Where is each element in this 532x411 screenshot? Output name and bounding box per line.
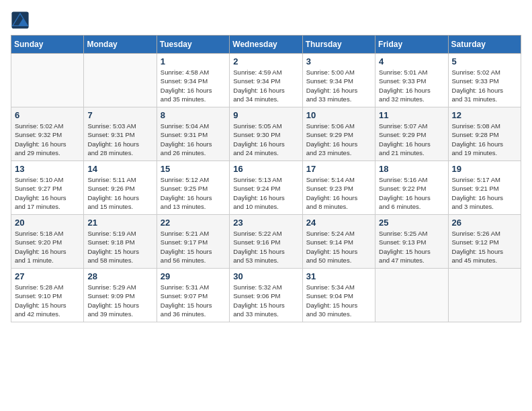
- week-row-3: 13Sunrise: 5:10 AM Sunset: 9:27 PM Dayli…: [11, 161, 521, 215]
- day-info: Sunrise: 5:12 AM Sunset: 9:25 PM Dayligh…: [161, 175, 226, 211]
- day-number: 23: [233, 218, 298, 228]
- day-number: 2: [233, 56, 298, 66]
- weekday-header-tuesday: Tuesday: [157, 36, 229, 54]
- calendar-cell: [11, 54, 84, 107]
- day-number: 4: [379, 56, 444, 66]
- day-info: Sunrise: 5:22 AM Sunset: 9:16 PM Dayligh…: [233, 229, 298, 265]
- day-number: 24: [306, 218, 371, 228]
- calendar-cell: [84, 54, 157, 107]
- day-number: 11: [379, 110, 444, 120]
- calendar-cell: 19Sunrise: 5:17 AM Sunset: 9:21 PM Dayli…: [448, 161, 521, 215]
- week-row-4: 20Sunrise: 5:18 AM Sunset: 9:20 PM Dayli…: [11, 215, 521, 269]
- calendar-cell: 23Sunrise: 5:22 AM Sunset: 9:16 PM Dayli…: [230, 215, 302, 269]
- day-info: Sunrise: 5:05 AM Sunset: 9:30 PM Dayligh…: [233, 122, 298, 157]
- day-info: Sunrise: 5:29 AM Sunset: 9:09 PM Dayligh…: [87, 283, 152, 318]
- day-info: Sunrise: 5:17 AM Sunset: 9:21 PM Dayligh…: [452, 175, 517, 211]
- week-row-2: 6Sunrise: 5:02 AM Sunset: 9:32 PM Daylig…: [11, 107, 521, 161]
- week-row-5: 27Sunrise: 5:28 AM Sunset: 9:10 PM Dayli…: [11, 269, 521, 322]
- day-number: 17: [306, 164, 371, 174]
- day-number: 8: [161, 110, 226, 120]
- day-number: 31: [306, 271, 371, 281]
- day-info: Sunrise: 5:03 AM Sunset: 9:31 PM Dayligh…: [87, 122, 152, 157]
- calendar-cell: 31Sunrise: 5:34 AM Sunset: 9:04 PM Dayli…: [302, 269, 375, 322]
- day-info: Sunrise: 5:31 AM Sunset: 9:07 PM Dayligh…: [161, 283, 226, 318]
- day-number: 27: [15, 271, 80, 281]
- day-info: Sunrise: 5:26 AM Sunset: 9:12 PM Dayligh…: [452, 229, 517, 265]
- day-number: 7: [87, 110, 152, 120]
- calendar-cell: [375, 269, 448, 322]
- calendar-cell: 8Sunrise: 5:04 AM Sunset: 9:31 PM Daylig…: [157, 107, 229, 161]
- day-info: Sunrise: 5:08 AM Sunset: 9:28 PM Dayligh…: [452, 122, 517, 157]
- day-number: 12: [452, 110, 517, 120]
- calendar-cell: 25Sunrise: 5:25 AM Sunset: 9:13 PM Dayli…: [375, 215, 448, 269]
- day-number: 6: [15, 110, 80, 120]
- day-number: 16: [233, 164, 298, 174]
- day-number: 28: [87, 271, 152, 281]
- day-info: Sunrise: 5:18 AM Sunset: 9:20 PM Dayligh…: [15, 229, 80, 265]
- weekday-header-sunday: Sunday: [11, 36, 84, 54]
- day-info: Sunrise: 5:13 AM Sunset: 9:24 PM Dayligh…: [233, 175, 298, 211]
- day-info: Sunrise: 5:21 AM Sunset: 9:17 PM Dayligh…: [161, 229, 226, 265]
- calendar-cell: 7Sunrise: 5:03 AM Sunset: 9:31 PM Daylig…: [84, 107, 157, 161]
- day-info: Sunrise: 5:16 AM Sunset: 9:22 PM Dayligh…: [379, 175, 444, 211]
- day-number: 9: [233, 110, 298, 120]
- calendar-cell: 1Sunrise: 4:58 AM Sunset: 9:34 PM Daylig…: [157, 54, 229, 107]
- calendar-cell: 18Sunrise: 5:16 AM Sunset: 9:22 PM Dayli…: [375, 161, 448, 215]
- day-info: Sunrise: 5:10 AM Sunset: 9:27 PM Dayligh…: [15, 175, 80, 211]
- calendar-cell: 5Sunrise: 5:02 AM Sunset: 9:33 PM Daylig…: [448, 54, 521, 107]
- calendar-cell: 9Sunrise: 5:05 AM Sunset: 9:30 PM Daylig…: [230, 107, 302, 161]
- weekday-header-thursday: Thursday: [302, 36, 375, 54]
- day-info: Sunrise: 5:28 AM Sunset: 9:10 PM Dayligh…: [15, 283, 80, 318]
- day-info: Sunrise: 5:00 AM Sunset: 9:34 PM Dayligh…: [306, 68, 371, 103]
- day-info: Sunrise: 5:06 AM Sunset: 9:29 PM Dayligh…: [306, 122, 371, 157]
- day-number: 26: [452, 218, 517, 228]
- day-info: Sunrise: 5:11 AM Sunset: 9:26 PM Dayligh…: [87, 175, 152, 211]
- day-number: 18: [379, 164, 444, 174]
- calendar-cell: 14Sunrise: 5:11 AM Sunset: 9:26 PM Dayli…: [84, 161, 157, 215]
- day-number: 5: [452, 56, 517, 66]
- weekday-header-row: SundayMondayTuesdayWednesdayThursdayFrid…: [11, 36, 521, 54]
- day-info: Sunrise: 5:01 AM Sunset: 9:33 PM Dayligh…: [379, 68, 444, 103]
- day-info: Sunrise: 5:19 AM Sunset: 9:18 PM Dayligh…: [87, 229, 152, 265]
- day-number: 19: [452, 164, 517, 174]
- day-number: 3: [306, 56, 371, 66]
- weekday-header-friday: Friday: [375, 36, 448, 54]
- day-number: 15: [161, 164, 226, 174]
- calendar-cell: [448, 269, 521, 322]
- calendar-header: SundayMondayTuesdayWednesdayThursdayFrid…: [11, 36, 521, 54]
- day-info: Sunrise: 5:07 AM Sunset: 9:29 PM Dayligh…: [379, 122, 444, 157]
- day-info: Sunrise: 5:32 AM Sunset: 9:06 PM Dayligh…: [233, 283, 298, 318]
- calendar-cell: 27Sunrise: 5:28 AM Sunset: 9:10 PM Dayli…: [11, 269, 84, 322]
- day-number: 25: [379, 218, 444, 228]
- logo: [11, 11, 31, 30]
- calendar-cell: 22Sunrise: 5:21 AM Sunset: 9:17 PM Dayli…: [157, 215, 229, 269]
- day-info: Sunrise: 4:58 AM Sunset: 9:34 PM Dayligh…: [161, 68, 226, 103]
- logo-icon: [11, 11, 30, 30]
- day-info: Sunrise: 5:02 AM Sunset: 9:33 PM Dayligh…: [452, 68, 517, 103]
- calendar-cell: 15Sunrise: 5:12 AM Sunset: 9:25 PM Dayli…: [157, 161, 229, 215]
- calendar-cell: 16Sunrise: 5:13 AM Sunset: 9:24 PM Dayli…: [230, 161, 302, 215]
- calendar-cell: 20Sunrise: 5:18 AM Sunset: 9:20 PM Dayli…: [11, 215, 84, 269]
- calendar-cell: 6Sunrise: 5:02 AM Sunset: 9:32 PM Daylig…: [11, 107, 84, 161]
- weekday-header-monday: Monday: [84, 36, 157, 54]
- day-number: 22: [161, 218, 226, 228]
- calendar-cell: 21Sunrise: 5:19 AM Sunset: 9:18 PM Dayli…: [84, 215, 157, 269]
- calendar-cell: 3Sunrise: 5:00 AM Sunset: 9:34 PM Daylig…: [302, 54, 375, 107]
- calendar-cell: 17Sunrise: 5:14 AM Sunset: 9:23 PM Dayli…: [302, 161, 375, 215]
- calendar-cell: 28Sunrise: 5:29 AM Sunset: 9:09 PM Dayli…: [84, 269, 157, 322]
- weekday-header-wednesday: Wednesday: [230, 36, 302, 54]
- day-info: Sunrise: 5:34 AM Sunset: 9:04 PM Dayligh…: [306, 283, 371, 318]
- day-info: Sunrise: 5:24 AM Sunset: 9:14 PM Dayligh…: [306, 229, 371, 265]
- calendar-cell: 24Sunrise: 5:24 AM Sunset: 9:14 PM Dayli…: [302, 215, 375, 269]
- day-number: 21: [87, 218, 152, 228]
- calendar-cell: 29Sunrise: 5:31 AM Sunset: 9:07 PM Dayli…: [157, 269, 229, 322]
- calendar-cell: 11Sunrise: 5:07 AM Sunset: 9:29 PM Dayli…: [375, 107, 448, 161]
- day-number: 30: [233, 271, 298, 281]
- day-info: Sunrise: 4:59 AM Sunset: 9:34 PM Dayligh…: [233, 68, 298, 103]
- day-info: Sunrise: 5:25 AM Sunset: 9:13 PM Dayligh…: [379, 229, 444, 265]
- calendar-cell: 12Sunrise: 5:08 AM Sunset: 9:28 PM Dayli…: [448, 107, 521, 161]
- day-number: 14: [87, 164, 152, 174]
- calendar-cell: 10Sunrise: 5:06 AM Sunset: 9:29 PM Dayli…: [302, 107, 375, 161]
- calendar-cell: 30Sunrise: 5:32 AM Sunset: 9:06 PM Dayli…: [230, 269, 302, 322]
- day-info: Sunrise: 5:02 AM Sunset: 9:32 PM Dayligh…: [15, 122, 80, 157]
